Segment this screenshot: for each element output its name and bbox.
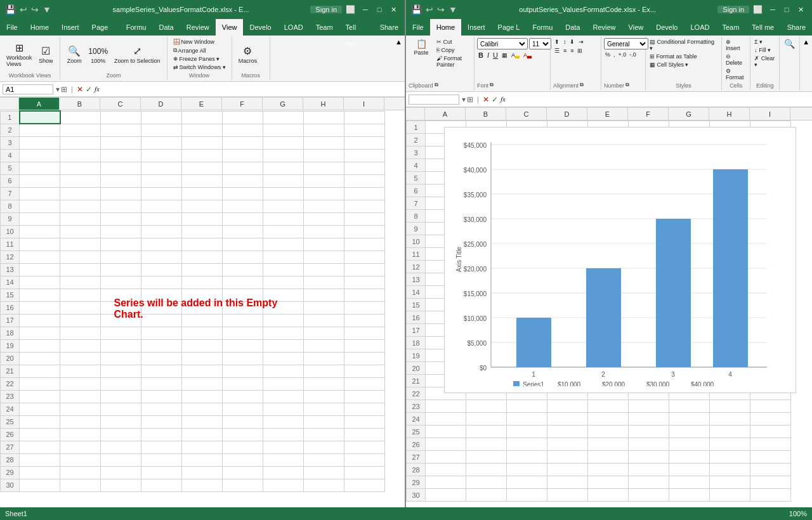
cell-right-r26c4[interactable] (588, 438, 629, 451)
cell-left-r26c0[interactable] (20, 428, 60, 441)
cell-left-r3c8[interactable] (344, 136, 385, 149)
cell-left-r13c1[interactable] (60, 263, 101, 276)
tab-review-right[interactable]: Review (587, 19, 622, 36)
cell-left-r1c4[interactable] (182, 111, 223, 124)
cell-left-r22c3[interactable] (141, 377, 182, 390)
cell-left-r19c5[interactable] (223, 339, 263, 352)
cell-left-r11c1[interactable] (60, 238, 101, 250)
cell-right-r30c4[interactable] (588, 489, 629, 502)
cell-left-r21c7[interactable] (304, 365, 344, 377)
cell-left-r15c4[interactable] (182, 289, 223, 301)
cell-left-r1c2[interactable] (101, 111, 141, 124)
cell-left-r5c4[interactable] (182, 162, 223, 174)
cell-left-r18c4[interactable] (182, 327, 223, 339)
cell-right-r25c6[interactable] (669, 426, 710, 438)
cell-left-r4c1[interactable] (60, 149, 101, 162)
cell-left-r16c4[interactable] (182, 301, 223, 314)
cell-right-r23c3[interactable] (547, 400, 588, 413)
col-header-b-left[interactable]: B (60, 98, 100, 110)
cell-right-r27c7[interactable] (710, 451, 750, 464)
right-formula-input[interactable] (508, 95, 809, 104)
cell-left-r9c7[interactable] (304, 212, 344, 225)
cell-left-r23c8[interactable] (344, 390, 385, 403)
cell-left-r4c5[interactable] (223, 149, 263, 162)
cell-right-r24c5[interactable] (629, 413, 669, 426)
cell-right-r23c1[interactable] (466, 400, 507, 413)
left-name-box[interactable] (3, 84, 53, 94)
cell-left-r9c5[interactable] (223, 212, 263, 225)
cell-left-r6c0[interactable] (20, 174, 60, 187)
cell-left-r4c0[interactable] (20, 149, 60, 162)
cell-left-r3c5[interactable] (223, 136, 263, 149)
cell-right-r29c5[interactable] (629, 476, 669, 489)
cell-left-r19c1[interactable] (60, 339, 101, 352)
cell-left-r14c3[interactable] (141, 276, 182, 289)
tab-review-left[interactable]: Review (180, 19, 216, 36)
col-header-c-left[interactable]: C (100, 98, 141, 110)
bold-button[interactable]: B (477, 51, 485, 60)
cell-left-r6c1[interactable] (60, 174, 101, 187)
cell-left-r14c6[interactable] (263, 276, 304, 289)
align-middle-button[interactable]: ↕ (562, 38, 568, 46)
cell-left-r28c6[interactable] (263, 453, 304, 466)
col-header-b-right[interactable]: B (466, 108, 506, 120)
cell-left-r5c6[interactable] (263, 162, 304, 174)
cell-right-r26c0[interactable] (426, 438, 466, 451)
delete-cells-button[interactable]: ⊖ Delete (724, 53, 747, 67)
tab-develo-right[interactable]: Develo (650, 19, 684, 36)
col-header-f-right[interactable]: F (628, 108, 669, 120)
merge-button[interactable]: ⊞ (576, 47, 584, 55)
cell-left-r27c5[interactable] (223, 441, 263, 453)
cell-left-r2c3[interactable] (141, 124, 182, 136)
cell-left-r27c3[interactable] (141, 441, 182, 453)
cell-left-r4c8[interactable] (344, 149, 385, 162)
formula-expand-icon[interactable]: ⊞ (61, 85, 67, 94)
cell-left-r19c7[interactable] (304, 339, 344, 352)
cell-left-r2c1[interactable] (60, 124, 101, 136)
cell-left-r26c6[interactable] (263, 428, 304, 441)
zoom-100-button[interactable]: 100% 100% (86, 44, 110, 65)
underline-button[interactable]: U (492, 51, 499, 60)
cell-left-r7c6[interactable] (263, 187, 304, 200)
find-button[interactable]: 🔍 (782, 38, 797, 49)
cell-left-r22c8[interactable] (344, 377, 385, 390)
cell-right-r25c8[interactable] (750, 426, 791, 438)
cell-left-r14c8[interactable] (344, 276, 385, 289)
cell-right-r28c0[interactable] (426, 464, 466, 476)
cell-left-r8c4[interactable] (182, 200, 223, 212)
cell-left-r6c6[interactable] (263, 174, 304, 187)
cell-left-r30c8[interactable] (344, 479, 385, 491)
ribbon-collapse-right[interactable]: ▲ (800, 37, 812, 90)
bar-2[interactable] (586, 268, 621, 367)
bar-4[interactable] (713, 169, 748, 367)
fill-color-button[interactable]: A▃ (510, 51, 521, 59)
cell-left-r16c8[interactable] (344, 301, 385, 314)
cell-left-r27c1[interactable] (60, 441, 101, 453)
cell-left-r30c2[interactable] (101, 479, 141, 491)
font-size-select[interactable]: 11 (529, 38, 551, 49)
cell-left-r25c2[interactable] (101, 415, 141, 428)
cell-left-r11c7[interactable] (304, 238, 344, 250)
chart-area[interactable]: $0 $5,000 $10,000 $15,000 $20,000 $25,00… (444, 127, 796, 393)
cell-left-r29c8[interactable] (344, 466, 385, 479)
cell-right-r24c0[interactable] (426, 413, 466, 426)
cell-right-r28c3[interactable] (547, 464, 588, 476)
right-formula-expand-icon[interactable]: ⊞ (467, 95, 473, 104)
insert-function-icon[interactable]: 𝑓𝑥 (95, 85, 100, 93)
insert-cells-button[interactable]: ⊕ Insert (724, 38, 747, 52)
col-header-h-right[interactable]: H (709, 108, 750, 120)
cell-left-r13c7[interactable] (304, 263, 344, 276)
cell-right-r30c8[interactable] (750, 489, 791, 502)
cell-left-r19c0[interactable] (20, 339, 60, 352)
cell-left-r14c4[interactable] (182, 276, 223, 289)
cell-left-r6c3[interactable] (141, 174, 182, 187)
maximize-button-right[interactable]: □ (780, 3, 793, 16)
cell-left-r17c4[interactable] (182, 314, 223, 327)
tab-pagel-left[interactable]: Page L (86, 19, 120, 36)
cell-left-r12c0[interactable] (20, 250, 60, 263)
cell-left-r16c3[interactable] (141, 301, 182, 314)
arrange-all-button[interactable]: ⧉ Arrange All (171, 46, 208, 55)
cell-left-r9c0[interactable] (20, 212, 60, 225)
cell-left-r17c7[interactable] (304, 314, 344, 327)
text-wrap-button[interactable]: ⇥ (577, 38, 585, 46)
